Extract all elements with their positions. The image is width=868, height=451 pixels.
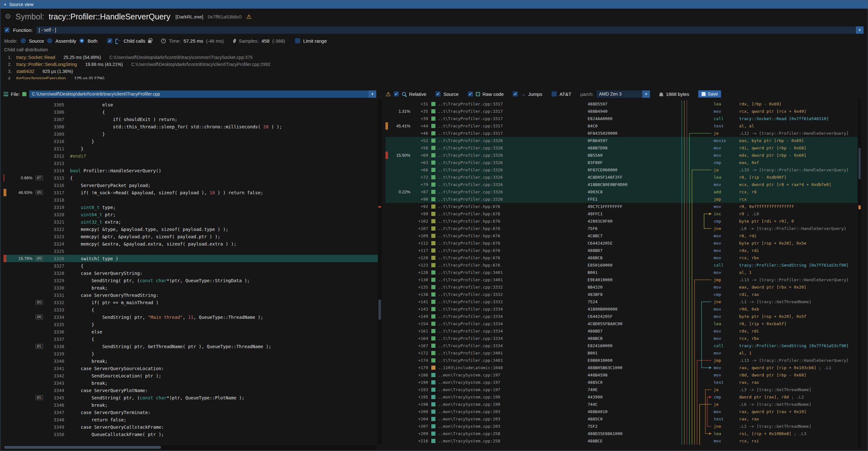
source-line-3328[interactable]: 3328 case ServerQueryString:	[3, 269, 382, 277]
source-location[interactable]: ..t\TracyProfiler.cpp:3317	[438, 124, 588, 128]
asm-row-+172[interactable]: +172..t\TracyProfiler.cpp:3401B001moval,…	[385, 350, 858, 357]
asm-row-+35[interactable]: 1.31%+35..t\TracyProfiler.cpp:3317488B49…	[385, 108, 858, 115]
child-call-name[interactable]: tracy::Socket::Read	[16, 55, 55, 60]
asm-row-+109[interactable]: +109..t\TracyProfiler.hpp:6764C8BC7movr8…	[385, 232, 858, 240]
asm-row-+46[interactable]: +46..t\TracyProfiler.cpp:33170F843502000…	[385, 130, 858, 137]
source-location[interactable]: ..t\TracyProfiler.cpp:3317	[438, 101, 588, 107]
uarch-combo[interactable]: AMD Zen 3 ▼	[596, 90, 650, 98]
child-calls-checkbox[interactable]: ✓	[107, 38, 113, 43]
asm-row-+72[interactable]: +72..t\TracyProfiler.cpp:33264C8D05F146F…	[385, 174, 858, 181]
asm-row-+112[interactable]: +112..t\TracyProfiler.hpp:676C64424205Em…	[385, 240, 858, 247]
source-line-3337[interactable]: 3337 {	[3, 335, 382, 343]
source-location[interactable]: ..t\TracyProfiler.cpp:3326	[438, 175, 588, 180]
source-location[interactable]: ..t\TracyProfiler.cpp:3401	[438, 351, 588, 356]
source-line-3305[interactable]: 3305 else	[3, 101, 382, 108]
asm-row-+216[interactable]: +216..mon\TracySystem.cpp:258488BCEmovrc…	[385, 437, 858, 445]
source-horizontal-scrollbar[interactable]	[3, 445, 377, 449]
source-location[interactable]: ..t\TracyProfiler.cpp:3332	[438, 292, 588, 297]
asm-row-+56[interactable]: +56..t\TracyProfiler.cpp:3326488B7D98mov…	[385, 144, 858, 152]
child-call-name[interactable]: tracy::Profiler::SendLongString	[16, 62, 77, 67]
source-location[interactable]: ..mon\TracySystem.cpp:197	[438, 373, 588, 378]
source-line-3320[interactable]: 3320 uint64_t ptr;	[3, 211, 382, 218]
source-location[interactable]: ..t\TracyProfiler.hpp:676	[438, 219, 588, 223]
source-location[interactable]: ..t\TracyProfiler.cpp:3326	[438, 168, 588, 172]
source-line-3335[interactable]: 3335 }	[3, 321, 382, 328]
source-location[interactable]: ..t\TracyProfiler.cpp:3334	[438, 336, 588, 341]
source-location[interactable]: ..t\TracyProfiler.hpp:676	[438, 211, 588, 216]
source-location[interactable]: ..t\TracyProfiler.cpp:3326	[438, 160, 588, 165]
scrollbar-thumb[interactable]	[859, 148, 861, 179]
source-line-3339[interactable]: 3339 }	[3, 350, 382, 357]
source-location[interactable]: ..t\TracyProfiler.hpp:676	[438, 263, 588, 268]
source-line-3347[interactable]: 3347 case ServerQueryTerminate:	[3, 409, 382, 416]
source-location[interactable]: ..t\TracyProfiler.cpp:3334	[438, 307, 588, 311]
source-location[interactable]: ..mon\TracySystem.cpp:197	[438, 387, 588, 392]
source-line-3324[interactable]: 3324 memcpy( &extra, &payload.extra, siz…	[3, 240, 382, 247]
source-vertical-scrollbar[interactable]	[378, 99, 382, 445]
source-location[interactable]: ..t\TracyProfiler.hpp:676	[438, 226, 588, 231]
asm-row-+135[interactable]: +135..t\TracyProfiler.cpp:33328B4320move…	[385, 283, 858, 291]
asm-row-+99[interactable]: +99..t\TracyProfiler.hpp:67649FFC1incr9 …	[385, 210, 858, 217]
source-location[interactable]: ..t\TracyProfiler.hpp:676	[438, 234, 588, 238]
source-line-3338[interactable]: Ø13338 SendString( ptr, GetThreadName( p…	[3, 343, 382, 350]
source-line-3316[interactable]: 3316 ServerQueryPacket payload;	[3, 182, 382, 189]
asm-row-+195[interactable]: +195..mon\TracySystem.cpp:199443900cmpdw…	[385, 393, 858, 401]
asm-row-+190[interactable]: +190..mon\TracySystem.cpp:1974885C0testr…	[385, 379, 858, 386]
asm-row-+102[interactable]: +102..t\TracyProfiler.hpp:67642803C0F00c…	[385, 217, 858, 225]
asm-row-+179[interactable]: +179..1103\include\atomic:1048488B05B63C…	[385, 364, 858, 371]
source-line-3349[interactable]: 3349 case ServerQueryCallstackFrame:	[3, 423, 382, 431]
source-line-3350[interactable]: 3350 QueueCallstackFrame( ptr );	[3, 431, 382, 438]
child-call-row[interactable]: 3. stat64i32 625 µs (1.36%)	[4, 68, 868, 75]
radio-both[interactable]	[79, 38, 85, 43]
asm-row-+207[interactable]: +207..mon\TracySystem.cpp:20375F2jne.L2 …	[385, 423, 858, 430]
child-call-row[interactable]: 2. tracy::Profiler::SendLongString 19.88…	[4, 61, 868, 68]
asm-row-+130[interactable]: +130..t\TracyProfiler.cpp:3401E9E4010000…	[385, 276, 858, 283]
radio-source[interactable]	[20, 38, 26, 43]
asm-row-+161[interactable]: +161..t\TracyProfiler.cpp:3334488BD7movr…	[385, 327, 858, 335]
source-line-3341[interactable]: 3341 case ServerQuerySourceLocation:	[3, 365, 382, 372]
source-line-3331[interactable]: 3331 case ServerQueryThreadString:	[3, 292, 382, 299]
source-line-3333[interactable]: 3333 {	[3, 306, 382, 313]
raw-code-checkbox[interactable]: ✓	[468, 91, 473, 97]
source-location[interactable]: ..t\TracyProfiler.cpp:3401	[438, 358, 588, 363]
source-location[interactable]: ..t\TracyProfiler.hpp:676	[438, 248, 588, 253]
asm-row-+120[interactable]: +120..t\TracyProfiler.hpp:676488BCBmovrc…	[385, 254, 858, 262]
source-location[interactable]: ..t\TracyProfiler.hpp:676	[438, 255, 588, 260]
source-line-3323[interactable]: 3323 memcpy( &ptr, &payload.ptr, sizeof(…	[3, 233, 382, 240]
source-line-3310[interactable]: 3310 }	[3, 138, 382, 145]
function-checkbox[interactable]: ✓	[4, 27, 10, 33]
source-checkbox[interactable]: ✓	[435, 91, 441, 97]
source-line-3340[interactable]: 3340 break;	[3, 357, 382, 365]
source-location[interactable]: ..mon\TracySystem.cpp:203	[438, 409, 588, 414]
child-call-name[interactable]: stat64i32	[16, 69, 34, 74]
source-location[interactable]: ..t\TracyProfiler.cpp:3326	[438, 153, 588, 158]
source-location[interactable]: ..t\TracyProfiler.cpp:3334	[438, 321, 588, 326]
source-line-3309[interactable]: 3309 }	[3, 130, 382, 138]
source-line-3312[interactable]: 3312#endif	[3, 152, 382, 159]
source-line-3348[interactable]: 3348 return false;	[3, 416, 382, 423]
asm-row-+154[interactable]: +154..t\TracyProfiler.cpp:33344C8D055FBA…	[385, 320, 858, 327]
source-location[interactable]: ..t\TracyProfiler.cpp:3326	[438, 182, 588, 187]
function-combo[interactable]: [ - self - ] ▼	[36, 26, 864, 34]
source-location[interactable]: ..t\TracyProfiler.cpp:3326	[438, 146, 588, 150]
relative-checkbox[interactable]: ✓	[394, 91, 399, 97]
jumps-checkbox[interactable]: ✓	[513, 91, 518, 97]
source-line-3343[interactable]: 3343 break;	[3, 379, 382, 387]
asm-row-+128[interactable]: +128..t\TracyProfiler.cpp:3401B001moval,…	[385, 269, 858, 276]
source-line-3315[interactable]: 0.66%Ø73315{	[3, 174, 382, 182]
asm-row-+174[interactable]: +174..t\TracyProfiler.cpp:3401E9B8010000…	[385, 357, 858, 364]
asm-row-+209[interactable]: +209..mon\TracySystem.cpp:258488D35E8861…	[385, 430, 858, 437]
asm-row-+204[interactable]: +204..mon\TracySystem.cpp:2034885C0testr…	[385, 415, 858, 423]
source-location[interactable]: ..mon\TracySystem.cpp:258	[438, 431, 588, 436]
asm-row-+164[interactable]: +164..t\TracyProfiler.cpp:3334488BCBmovr…	[385, 335, 858, 342]
asm-row-+141[interactable]: +141..t\TracyProfiler.cpp:33327524jne.L1…	[385, 298, 858, 305]
asm-row-+149[interactable]: +149..t\TracyProfiler.cpp:3334C64424205F…	[385, 313, 858, 320]
lock-icon[interactable]	[148, 40, 152, 43]
source-location[interactable]: ..mon\TracySystem.cpp:197	[438, 380, 588, 385]
radio-assembly[interactable]	[47, 38, 53, 43]
collapse-icon[interactable]: ▼	[3, 3, 7, 6]
source-location[interactable]: ..t\TracyProfiler.cpp:3401	[438, 270, 588, 275]
source-line-3306[interactable]: 3306 {	[3, 108, 382, 116]
asm-row-+107[interactable]: +107..t\TracyProfiler.hpp:67675F6jne.L0 …	[385, 225, 858, 232]
source-line-3332[interactable]: Ø33332 if( ptr == m_mainThread )	[3, 299, 382, 306]
